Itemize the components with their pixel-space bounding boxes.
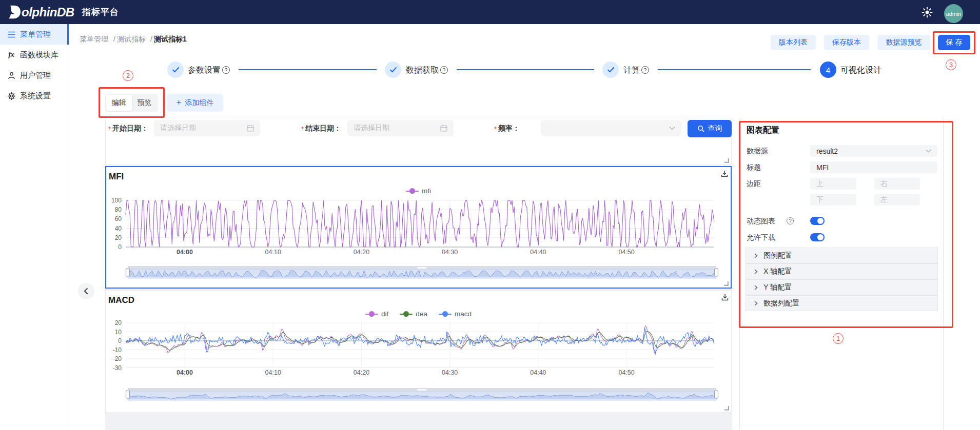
step-4-number: 4	[826, 66, 830, 74]
mfi-chart-card[interactable]: MFI mfi 02040608010004:0004:1004:2004:30…	[105, 166, 732, 289]
step-1-help-icon[interactable]: ?	[222, 66, 230, 74]
step-4-icon[interactable]: 4	[820, 62, 836, 78]
logo-text: olphinDB	[22, 6, 74, 18]
padding-right-placeholder: 右	[880, 179, 888, 189]
svg-text:20: 20	[115, 319, 122, 326]
breadcrumb-current: 测试指标1	[154, 35, 187, 44]
resize-handle[interactable]	[724, 405, 729, 411]
step-2-label: 数据获取	[406, 65, 439, 76]
datasource-value: result2	[816, 147, 926, 155]
step-2-icon[interactable]	[385, 62, 401, 78]
calendar-icon	[440, 125, 447, 132]
padding-top-placeholder: 上	[816, 179, 824, 189]
save-label: 保 存	[946, 38, 963, 47]
svg-text:04:10: 04:10	[265, 369, 281, 376]
annotation-number-1: 1	[833, 333, 844, 344]
query-form-card: * 开始日期： 请选择日期 * 结束日期： 请选择日期 * 频率： 查询	[105, 118, 732, 165]
breadcrumb-item[interactable]: 测试指标	[117, 35, 146, 44]
svg-text:-20: -20	[113, 355, 122, 362]
padding-bottom-input[interactable]: 下	[810, 194, 856, 206]
collapse-canvas-button[interactable]	[78, 283, 94, 299]
app-header: olphinDB 指标平台 admin	[0, 0, 980, 24]
step-3-help-icon[interactable]: ?	[641, 66, 649, 74]
allow-download-switch[interactable]	[810, 233, 825, 241]
end-date-label: 结束日期：	[305, 124, 341, 133]
datasource-preview-label: 数据源预览	[886, 38, 922, 47]
save-version-button[interactable]: 保存版本	[824, 35, 869, 50]
series-config-section[interactable]: 数据列配置	[746, 295, 938, 311]
svg-text:04:00: 04:00	[177, 369, 193, 376]
avatar[interactable]: admin	[944, 4, 963, 23]
padding-left-input[interactable]: 左	[874, 194, 920, 206]
macd-chart-plot[interactable]: -30-20-100102004:0004:1004:2004:3004:400…	[106, 291, 731, 412]
theme-toggle-icon[interactable]	[921, 6, 933, 18]
version-list-button[interactable]: 版本列表	[771, 35, 816, 50]
sidebar-item-menu-management[interactable]: 菜单管理	[0, 24, 69, 45]
preview-tab[interactable]: 预览	[132, 95, 158, 111]
start-date-input[interactable]: 请选择日期	[154, 120, 260, 136]
svg-text:-10: -10	[113, 346, 122, 354]
check-icon	[607, 67, 615, 73]
step-1-icon[interactable]	[167, 62, 184, 78]
breadcrumb-item[interactable]: 菜单管理	[80, 35, 108, 44]
svg-text:04:20: 04:20	[354, 249, 369, 256]
chevron-right-icon	[753, 253, 758, 258]
chart-title-label: 标题	[747, 163, 761, 172]
chevron-right-icon	[753, 301, 758, 306]
frequency-select[interactable]	[541, 120, 681, 136]
chart-title-input[interactable]: MFI	[810, 161, 937, 173]
user-icon	[7, 71, 15, 79]
start-date-placeholder: 请选择日期	[160, 124, 247, 133]
step-connector	[658, 69, 811, 70]
add-component-label: 添加组件	[185, 98, 213, 108]
step-2-help-icon[interactable]: ?	[440, 66, 448, 74]
step-connector	[457, 69, 594, 70]
add-component-button[interactable]: + 添加组件	[167, 94, 223, 112]
padding-right-input[interactable]: 右	[874, 178, 920, 190]
edit-tab[interactable]: 编辑	[106, 95, 132, 111]
y-axis-config-section[interactable]: Y 轴配置	[746, 279, 938, 295]
menu-icon	[7, 30, 15, 38]
svg-text:-30: -30	[113, 364, 122, 372]
dolphindb-logo[interactable]: olphinDB	[8, 5, 74, 19]
search-icon	[697, 125, 704, 132]
datasource-select[interactable]: result2	[810, 145, 937, 157]
version-list-label: 版本列表	[779, 38, 808, 47]
end-date-input[interactable]: 请选择日期	[347, 120, 454, 136]
breadcrumb-separator: /	[113, 35, 115, 43]
resize-handle[interactable]	[724, 158, 729, 163]
step-3-label: 计算	[623, 65, 640, 76]
chevron-left-icon	[83, 288, 89, 295]
sidebar-item-user-management[interactable]: 用户管理	[0, 65, 69, 86]
legend-config-section[interactable]: 图例配置	[746, 248, 938, 263]
svg-text:04:20: 04:20	[354, 369, 369, 376]
padding-left-placeholder: 左	[880, 195, 888, 204]
sidebar-item-system-settings[interactable]: 系统设置	[0, 86, 69, 106]
edit-tab-label: 编辑	[112, 98, 126, 108]
resize-handle[interactable]	[723, 281, 729, 286]
plus-icon: +	[177, 97, 182, 108]
breadcrumb-separator: /	[150, 35, 152, 43]
dynamic-chart-help-icon[interactable]: ?	[787, 217, 794, 224]
required-mark: *	[108, 125, 111, 133]
svg-text:0: 0	[118, 337, 122, 344]
sidebar-item-label: 用户管理	[20, 71, 51, 80]
panel-title: 图表配置	[747, 125, 779, 136]
x-axis-config-section[interactable]: X 轴配置	[746, 263, 938, 279]
dynamic-chart-switch[interactable]	[810, 217, 825, 225]
svg-text:04:30: 04:30	[442, 249, 458, 256]
avatar-label: admin	[946, 11, 962, 17]
query-button[interactable]: 查询	[688, 120, 732, 137]
step-3-icon[interactable]	[602, 62, 619, 78]
sidebar-item-label: 函数模块库	[20, 50, 58, 60]
sidebar-item-function-modules[interactable]: fx 函数模块库	[0, 45, 69, 65]
padding-bottom-placeholder: 下	[816, 195, 824, 204]
macd-chart-card[interactable]: MACD dif dea macd -30-20-100102004:0004:…	[105, 290, 732, 413]
save-button[interactable]: 保 存	[938, 35, 970, 50]
datasource-preview-button[interactable]: 数据源预览	[877, 35, 930, 50]
svg-text:04:00: 04:00	[177, 249, 193, 256]
mfi-chart-plot[interactable]: 02040608010004:0004:1004:2004:3004:4004:…	[106, 167, 731, 288]
app-title: 指标平台	[82, 6, 119, 18]
padding-top-input[interactable]: 上	[810, 178, 856, 190]
save-version-label: 保存版本	[832, 38, 861, 47]
